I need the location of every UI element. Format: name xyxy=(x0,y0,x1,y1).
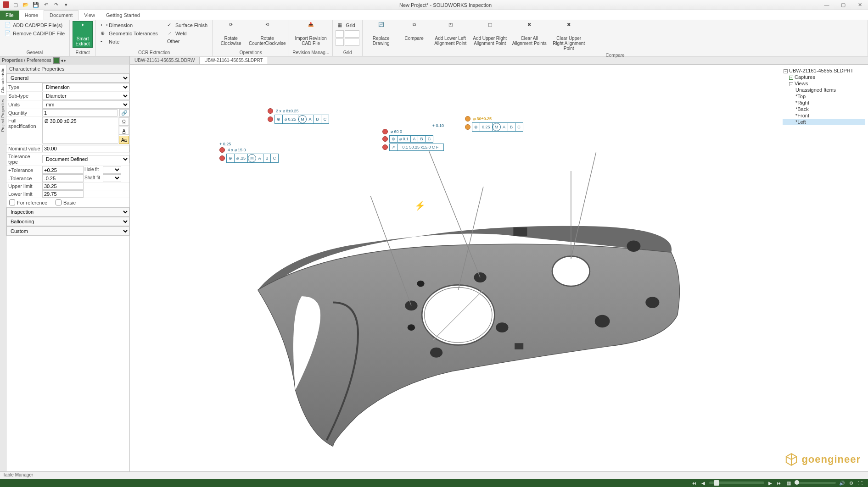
ocr-surface-button[interactable]: ✓Surface Finish xyxy=(165,21,209,29)
mute-button[interactable]: 🔊 xyxy=(839,480,845,486)
tree-unassigned[interactable]: Unassigned Items xyxy=(783,87,865,93)
balloon-icon xyxy=(382,129,388,134)
grid-btn-2[interactable] xyxy=(336,39,344,46)
basic-check[interactable]: Basic xyxy=(56,199,76,205)
clear-all-points-button[interactable]: ✖Clear All Alignment Points xyxy=(510,21,548,47)
callout-4x-hole[interactable]: + 0.25 4 x ⌀ 15 0 ⊕⌀ .25M ABC xyxy=(219,142,279,163)
general-dropdown[interactable]: General xyxy=(6,73,129,83)
doc-tab-drawing[interactable]: UBW-21161-45655.SLDDRW xyxy=(130,57,200,64)
callout-2x-hole[interactable]: 2 x ⌀ 8±0.25 ⊕⌀ 0.25M ABC xyxy=(268,108,329,124)
tree-view-left[interactable]: *Left xyxy=(783,119,865,125)
units-select[interactable]: mm xyxy=(42,100,129,109)
rotate-cw-button[interactable]: ⟳Rotate Clockwise xyxy=(215,21,246,47)
tab-view[interactable]: View xyxy=(78,11,101,20)
grid-sel-1[interactable] xyxy=(345,30,359,38)
tree-view-front[interactable]: *Front xyxy=(783,112,865,119)
lower-input[interactable] xyxy=(42,190,84,198)
viewport-3d[interactable]: ⚡ + 0.25 4 x ⌀ 15 0 ⊕⌀ .25M ABC 2 x ⌀ 8±… xyxy=(130,65,868,471)
tab-document[interactable]: Document xyxy=(44,10,78,20)
quantity-link-icon[interactable]: 🔗 xyxy=(119,109,129,116)
tab-home[interactable]: Home xyxy=(19,11,44,20)
redo-icon[interactable]: ↷ xyxy=(52,1,60,9)
file-tab[interactable]: File xyxy=(0,11,19,20)
dropdown-icon[interactable]: ▾ xyxy=(62,1,70,9)
spec-font-button[interactable]: A xyxy=(119,127,129,135)
first-button[interactable]: ⏮ xyxy=(691,480,697,486)
ballooning-dropdown[interactable]: Ballooning xyxy=(6,217,129,226)
rotate-ccw-button[interactable]: ⟲Rotate CounterClockwise xyxy=(248,21,286,47)
tree-view-top[interactable]: *Top xyxy=(783,93,865,100)
tree-views[interactable]: −Views xyxy=(783,80,865,87)
undo-icon[interactable]: ↶ xyxy=(42,1,50,9)
remove-cad-pdf-button[interactable]: 📄Remove CAD/PDF File xyxy=(3,29,67,38)
char-props-header: Characteristic Properties xyxy=(6,65,129,73)
shaftfit-select[interactable] xyxy=(103,174,121,182)
settings-button[interactable]: ⚙ xyxy=(848,480,854,486)
compare-button[interactable]: ⧉Compare xyxy=(398,21,430,42)
maximize-button[interactable]: ▢ xyxy=(835,0,851,10)
fullspec-textarea[interactable]: Ø 30.00 ±0.25 xyxy=(42,117,118,144)
side-tab-project-properties[interactable]: Project Properties xyxy=(0,96,6,135)
holefit-select[interactable] xyxy=(103,166,121,174)
page-indicator[interactable] xyxy=(53,57,60,64)
add-upper-right-button[interactable]: ◳Add Upper Right Alignment Point xyxy=(471,21,509,47)
for-reference-check[interactable]: For reference xyxy=(9,199,47,205)
tree-view-back[interactable]: *Back xyxy=(783,106,865,112)
feature-tree[interactable]: −UBW-21161-45655.SLDPRT +Captures −Views… xyxy=(783,67,865,125)
tree-view-right[interactable]: *Right xyxy=(783,100,865,106)
corner-ur-icon: ◳ xyxy=(483,22,496,35)
callout-60-bore[interactable]: + 0.10 ⌀ 60 0 ⊕⌀ 0.1 ABC ↗0.1 50.25 x15.… xyxy=(382,123,444,151)
surface-icon: ✓ xyxy=(167,22,174,28)
nominal-input[interactable] xyxy=(42,145,129,152)
balloon-icon xyxy=(465,116,470,122)
clear-upper-right-button[interactable]: ✖Clear Upper Right Alignment Point xyxy=(550,21,588,52)
grid-btn-1[interactable] xyxy=(336,30,344,38)
tab-getting-started[interactable]: Getting Started xyxy=(101,11,146,20)
tree-root[interactable]: −UBW-21161-45655.SLDPRT xyxy=(783,67,865,74)
fullscreen-button[interactable]: ⛶ xyxy=(857,480,863,486)
svg-rect-13 xyxy=(513,227,527,236)
app-icon xyxy=(3,1,9,8)
open-icon[interactable]: 📂 xyxy=(22,1,29,9)
plustol-input[interactable] xyxy=(42,166,84,174)
spec-case-button[interactable]: Aa xyxy=(119,136,129,144)
properties-header: Properties / Preferences ◂▸ xyxy=(0,56,130,65)
prev-button[interactable]: ◀ xyxy=(700,480,706,486)
minustol-input[interactable] xyxy=(42,174,84,182)
new-icon[interactable]: ▢ xyxy=(12,1,19,9)
ocr-weld-button[interactable]: ⟋Weld xyxy=(165,29,209,38)
save-icon[interactable]: 💾 xyxy=(32,1,39,9)
ocr-geotol-button[interactable]: ⊕Geometric Tolerances xyxy=(99,29,160,38)
ocr-dimension-button[interactable]: ⟷Dimension xyxy=(99,21,160,29)
side-tab-characteristic[interactable]: Characteristic xyxy=(0,65,6,96)
play-button[interactable]: ▶ xyxy=(767,480,773,486)
custom-dropdown[interactable]: Custom xyxy=(6,227,129,236)
playback-track[interactable] xyxy=(709,481,764,484)
table-manager-label[interactable]: Table Manager xyxy=(3,472,33,477)
smart-extract-button[interactable]: ✦ Smart Extract xyxy=(73,21,93,48)
toltype-select[interactable]: Document Defined xyxy=(42,155,129,163)
spec-omega-button[interactable]: Ω xyxy=(119,117,129,126)
replace-drawing-button[interactable]: 🔄Replace Drawing xyxy=(365,21,397,47)
grid-toggle[interactable]: ▦Grid xyxy=(336,21,359,29)
add-lower-left-button[interactable]: ◰Add Lower Left Alignment Point xyxy=(431,21,469,47)
import-revision-button[interactable]: 📥Import Revision CAD File xyxy=(292,21,330,47)
close-button[interactable]: ✕ xyxy=(851,0,868,10)
next-button[interactable]: ⏭ xyxy=(776,480,783,486)
volume-track[interactable] xyxy=(795,482,836,484)
minimize-button[interactable]: — xyxy=(818,0,835,10)
tree-captures[interactable]: +Captures xyxy=(783,74,865,80)
doc-tab-part[interactable]: UBW-21161-45655.SLDPRT xyxy=(200,57,268,64)
add-cad-pdf-button[interactable]: 📄ADD CAD/PDF File(s) xyxy=(3,21,67,29)
subtype-select[interactable]: Diameter xyxy=(42,92,129,100)
type-select[interactable]: Dimension xyxy=(42,83,129,91)
ocr-note-button[interactable]: •Note xyxy=(99,38,160,46)
quantity-input[interactable] xyxy=(42,109,118,116)
upper-input[interactable] xyxy=(42,183,84,190)
grid-sel-2[interactable] xyxy=(345,39,359,46)
callout-30-hole-selected[interactable]: ⌀ 30±0.25 ⊕0.25M ABC xyxy=(465,116,523,132)
grid-button[interactable]: ▦ xyxy=(785,480,792,486)
ocr-other-button[interactable]: Other xyxy=(165,38,209,45)
quick-access-toolbar: ▢ 📂 💾 ↶ ↷ ▾ xyxy=(0,1,73,9)
inspection-dropdown[interactable]: Inspection xyxy=(6,207,129,216)
